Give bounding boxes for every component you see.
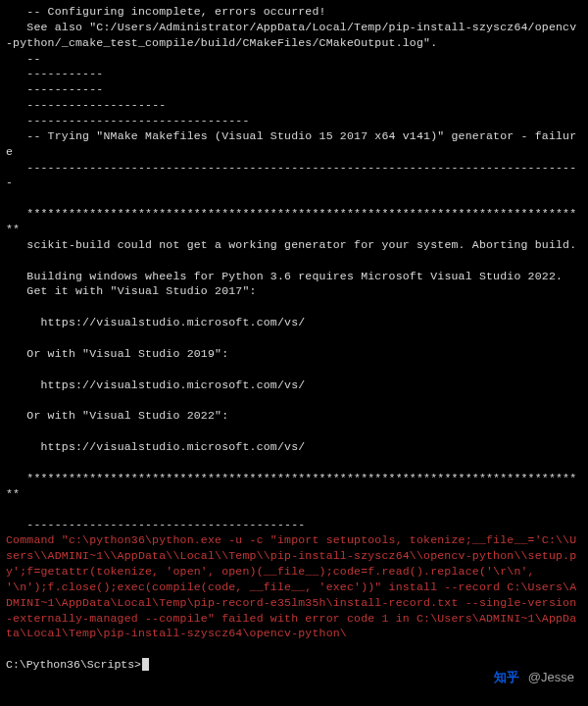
- terminal-line: Building windows wheels for Python 3.6 r…: [6, 269, 582, 284]
- terminal-line: See also "C:/Users/Administrator/AppData…: [6, 20, 582, 51]
- terminal-line: [6, 502, 582, 518]
- terminal-line: Or with "Visual Studio 2019":: [6, 346, 582, 362]
- terminal-line: [6, 455, 582, 471]
- terminal-line: https://visualstudio.microsoft.com/vs/: [6, 315, 582, 330]
- terminal-line: [6, 190, 582, 206]
- terminal-line: --: [6, 51, 582, 67]
- terminal-line: https://visualstudio.microsoft.com/vs/: [6, 378, 582, 393]
- terminal-line: ----------------------------------------…: [6, 160, 582, 191]
- terminal-line: [6, 392, 582, 408]
- terminal-line: [6, 362, 582, 378]
- terminal-line: Get it with "Visual Studio 2017":: [6, 283, 582, 299]
- terminal-line: [6, 299, 582, 315]
- terminal-line: [6, 641, 582, 657]
- terminal-line: ****************************************…: [6, 471, 582, 502]
- terminal-line: [6, 424, 582, 439]
- terminal-line: -- Trying "NMake Makefiles (Visual Studi…: [6, 128, 582, 160]
- zhihu-logo-icon: 知乎: [491, 670, 522, 686]
- terminal-line: https://visualstudio.microsoft.com/vs/: [6, 439, 582, 455]
- watermark-author: @Jesse: [528, 669, 574, 686]
- cursor: [142, 658, 149, 671]
- watermark: 知乎 @Jesse: [491, 669, 574, 686]
- terminal-output: -- Configuring incomplete, errors occurr…: [6, 4, 582, 657]
- terminal-line: -----------: [6, 66, 582, 81]
- terminal-line: [6, 330, 582, 346]
- terminal-line: Or with "Visual Studio 2022":: [6, 408, 582, 424]
- terminal-line: [6, 253, 582, 269]
- prompt-path: C:\Python36\Scripts>: [6, 658, 141, 671]
- terminal-line: -----------: [6, 81, 582, 97]
- terminal-line: ****************************************…: [6, 206, 582, 237]
- terminal-line: -- Configuring incomplete, errors occurr…: [6, 4, 582, 20]
- terminal-line: scikit-build could not get a working gen…: [6, 237, 582, 253]
- terminal-line: Command "c:\python36\python.exe -u -c "i…: [6, 532, 582, 641]
- terminal-line: --------------------: [6, 97, 582, 113]
- terminal-line: --------------------------------: [6, 113, 582, 128]
- terminal-line: ----------------------------------------: [6, 517, 582, 532]
